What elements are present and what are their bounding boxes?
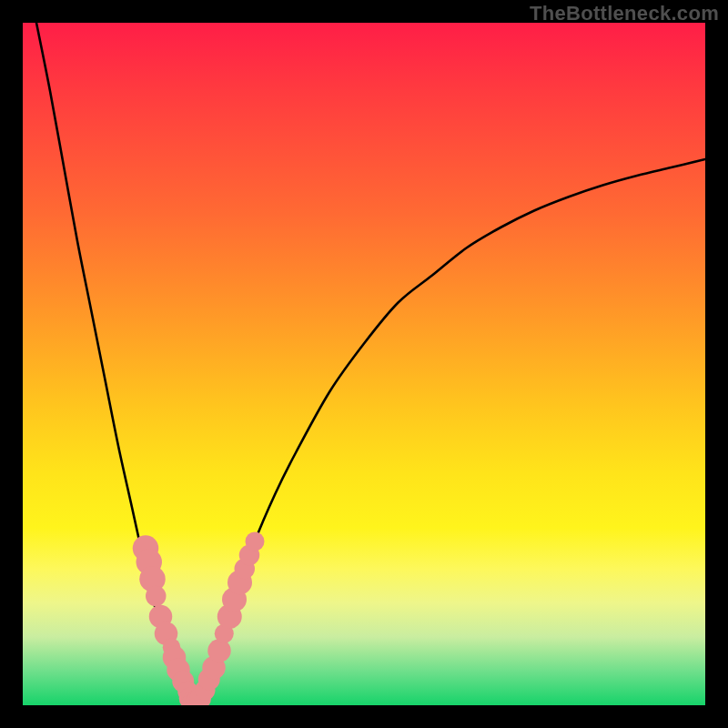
- chart-frame: TheBottleneck.com: [0, 0, 728, 728]
- marker-layer: [133, 532, 265, 706]
- plot-area: [23, 23, 705, 705]
- bottleneck-curve: [36, 23, 705, 705]
- data-marker: [246, 532, 265, 551]
- data-marker: [146, 586, 167, 607]
- watermark-text: TheBottleneck.com: [530, 2, 719, 25]
- curve-layer: [36, 23, 705, 705]
- chart-svg: [23, 23, 705, 705]
